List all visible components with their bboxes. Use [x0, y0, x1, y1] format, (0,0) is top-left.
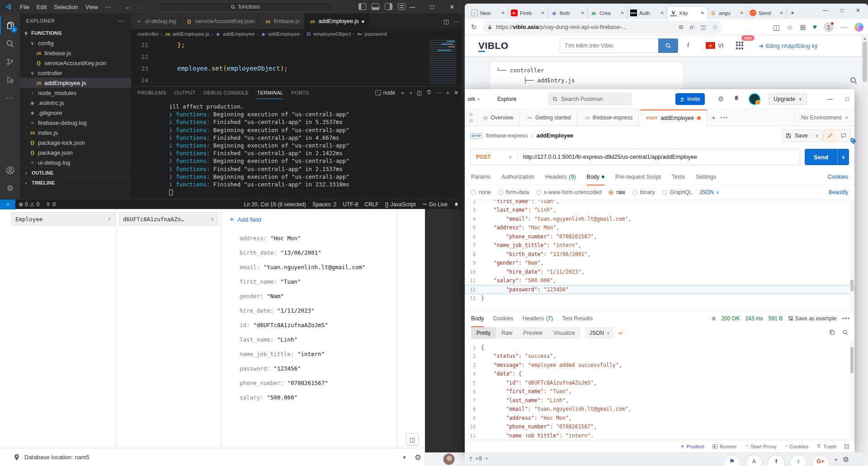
save-dropdown-icon[interactable]: ∨ — [811, 133, 819, 138]
vscode-close-button[interactable]: ✕ — [442, 0, 462, 14]
viblo-search-box[interactable] — [560, 38, 678, 53]
res-tab-cookies[interactable]: Cookies — [493, 310, 514, 327]
avatar[interactable] — [443, 453, 455, 465]
status-code[interactable]: 200 OK — [722, 315, 740, 322]
postman-maximize-button[interactable]: □ — [839, 89, 855, 109]
footer-trash[interactable]: Trash — [816, 443, 836, 449]
document-field[interactable]: last_name: "Linh" — [240, 332, 365, 347]
editor-tab[interactable]: JSfirebase.js — [260, 14, 305, 29]
collection-row-employee[interactable]: Employee › — [11, 212, 116, 226]
footer-cookies[interactable]: ◔Cookies — [784, 444, 808, 449]
forward-arrow[interactable]: → — [134, 3, 145, 10]
gear-icon[interactable]: ⚙ — [415, 453, 421, 462]
close-tab-icon[interactable]: ✕ — [660, 10, 664, 15]
favorite-star-icon[interactable]: ☆ — [712, 24, 718, 31]
explorer-icon[interactable]: 1 — [0, 16, 20, 34]
search-response-icon[interactable] — [842, 329, 848, 337]
tree-item[interactable]: {}serviceAccountKey.json — [20, 58, 131, 68]
browser-tab[interactable]: ▶Fireb✕ — [508, 7, 548, 19]
panel-tab-output[interactable]: OUTPUT — [175, 86, 196, 99]
add-field-button[interactable]: + Add field — [230, 215, 261, 223]
close-tab-icon[interactable]: ✕ — [581, 10, 585, 15]
menu-file[interactable]: File — [16, 4, 33, 10]
panel-more-icon[interactable]: ⋯ — [436, 90, 442, 96]
postman-minimize-button[interactable]: — — [822, 89, 838, 109]
notifications-bell-icon[interactable] — [451, 202, 462, 207]
req-tab-tests[interactable]: Tests — [672, 169, 685, 185]
new-tab-button[interactable]: + — [707, 109, 720, 126]
response-time[interactable]: 243 ms — [745, 315, 763, 322]
immersive-reader-icon[interactable]: ◫ — [701, 24, 706, 30]
command-center-search[interactable]: functions — [157, 2, 334, 12]
body-mode-GraphQL[interactable]: GraphQL — [662, 189, 692, 195]
json-line[interactable]: 2 "first_name": "Tuan", — [465, 200, 854, 206]
breadcrumb-item[interactable]: ◈addEmployee — [260, 31, 300, 37]
eol[interactable]: CRLF — [361, 201, 382, 208]
explore-menu[interactable]: Explore — [497, 96, 516, 102]
menu-view[interactable]: View — [82, 4, 102, 10]
info-icon[interactable]: i — [687, 41, 689, 49]
vote-widget[interactable]: † +9 ▼ — [469, 455, 489, 462]
panel-tab-problems[interactable]: PROBLEMS — [137, 86, 166, 99]
editor-more-icon[interactable]: ⋯ — [453, 18, 459, 25]
send-button[interactable]: Send ∨ — [805, 149, 849, 165]
json-line[interactable]: 11 "name_job_tittle": "intern", — [465, 431, 854, 437]
browser-tab[interactable]: ◈fireb✕ — [548, 7, 588, 19]
postman-search[interactable]: Search Postman — [548, 93, 632, 105]
tree-item[interactable]: ≡ui-debug.log — [20, 157, 131, 167]
close-tab-icon[interactable]: ✕ — [501, 10, 505, 15]
breadcrumb-item[interactable]: controller — [137, 31, 159, 37]
copy-icon[interactable] — [829, 329, 835, 337]
terminal-output[interactable]: ill affect production.i functions: Begin… — [131, 99, 462, 199]
vscode-minimize-button[interactable]: — — [402, 0, 422, 14]
res-tab-body[interactable]: Body — [471, 310, 484, 327]
view-tab-preview[interactable]: Preview — [518, 327, 548, 339]
postman-tab[interactable]: POST addEmployee — [641, 109, 707, 127]
terminal-dropdown-icon[interactable]: ∨ — [410, 91, 412, 95]
json-line[interactable]: 10 "phone_number": "0708261567", — [465, 423, 854, 432]
workspace-root[interactable]: ∨ FUNCTIONS — [20, 28, 131, 38]
postman-tab[interactable]: ▭ firebase-express — [579, 109, 639, 126]
send-dropdown-icon[interactable]: ∨ — [837, 149, 849, 165]
raw-type-dropdown[interactable]: JSON∨ — [699, 189, 719, 195]
browser-essentials-icon[interactable]: ♥ — [813, 23, 817, 31]
kill-terminal-icon[interactable] — [426, 89, 432, 96]
save-example-button[interactable]: 🖫 Save as example — [788, 315, 836, 322]
more-tabs-icon[interactable]: ●●● — [720, 109, 733, 126]
method-selector[interactable]: POST∨ — [471, 154, 518, 160]
login-link[interactable]: ➜ Đăng nhập/Đăng ký — [759, 43, 818, 49]
editor-tab[interactable]: JSaddEmployee.js● — [305, 14, 370, 29]
indentation[interactable]: Spaces: 2 — [309, 201, 340, 208]
googleplus-icon[interactable]: G+ — [812, 455, 829, 466]
breadcrumb-item[interactable]: password — [356, 31, 387, 37]
postman-tab[interactable]: ≔ Getting started — [521, 109, 577, 126]
viblo-search-button[interactable] — [658, 38, 678, 53]
viblo-search-input[interactable] — [560, 43, 659, 49]
edit-pencil-icon[interactable] — [823, 130, 837, 142]
gear-icon[interactable]: ⚙ — [718, 95, 724, 103]
language-mode[interactable]: {}JavaScript — [382, 201, 419, 208]
body-mode-none[interactable]: none — [471, 189, 491, 195]
browser-maximize-button[interactable]: □ — [833, 4, 851, 17]
req-tab-settings[interactable]: Settings — [696, 169, 716, 185]
address-bar[interactable]: https://viblo.asia/p/xay-dung-rest-api-v… — [483, 21, 722, 33]
split-new-tab-icon[interactable]: ⊞ — [679, 24, 683, 30]
split-terminal-icon[interactable]: ◫ — [417, 90, 422, 96]
request-body-editor[interactable]: 2 "first_name": "Tuan", 3 "last_name": "… — [465, 200, 854, 311]
gear-icon[interactable]: ⚙ — [843, 455, 849, 464]
refresh-icon[interactable]: ↻ — [467, 23, 480, 31]
upgrade-button[interactable]: Upgrade∨ — [769, 93, 807, 105]
tree-item[interactable]: ≡firebase-debug.log — [20, 118, 131, 128]
browser-tab[interactable]: æCrea✕ — [588, 7, 627, 19]
document-field[interactable]: password: "123456" — [240, 361, 365, 376]
close-tab-icon[interactable]: ✕ — [740, 10, 744, 15]
json-line[interactable]: 9 "address": "Hoc Mon", — [465, 414, 854, 423]
menu-selection[interactable]: Selection — [50, 4, 81, 10]
problems-status[interactable]: ⊗0 ⚠0 — [15, 201, 42, 208]
json-line[interactable]: 6 "phone_number": "0708261567", — [465, 232, 854, 241]
document-field[interactable]: name_job_tittle: "intern" — [240, 347, 365, 361]
breadcrumb-collection[interactable]: firebase-express — [486, 133, 528, 139]
settings-more-icon[interactable]: ⋯ — [840, 23, 848, 32]
save-button[interactable]: Save ∨ — [781, 129, 823, 142]
code-line[interactable]: 24 — [131, 74, 462, 86]
